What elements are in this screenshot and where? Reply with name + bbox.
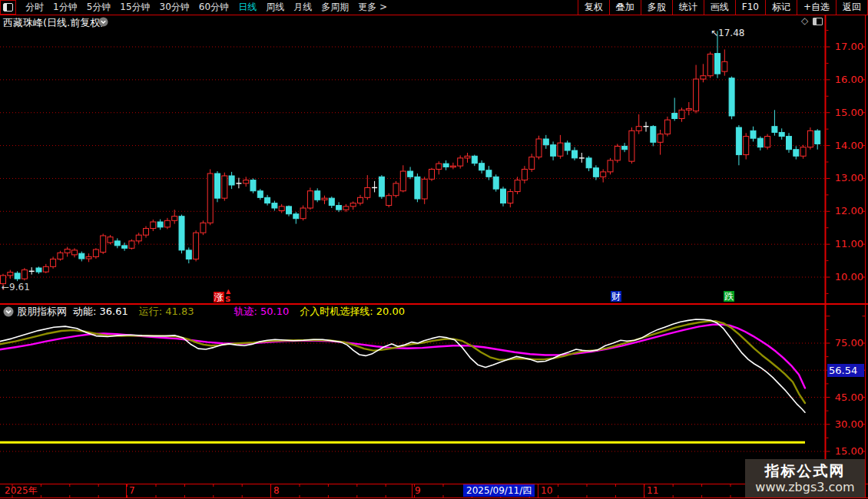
price-tick-label: 12.00 <box>830 205 863 216</box>
time-tick-label: 2025年 <box>5 485 38 496</box>
period-tab-8[interactable]: 月线 <box>289 0 316 15</box>
price-tick-label: 15.00 <box>830 107 863 118</box>
indicator-source-name: 股朋指标网 <box>17 305 67 319</box>
price-tick-label: 16.00 <box>830 74 863 85</box>
top-menu-bar: 分时1分钟5分钟15分钟30分钟60分钟日线周线月线多周期更多 > 复权叠加多股… <box>0 0 868 15</box>
time-tick-label: 11 <box>647 485 658 496</box>
sidebar-toggle-icon <box>3 3 13 12</box>
tool-button-6[interactable]: 标记 <box>766 0 797 15</box>
price-tick-label: 13.00 <box>830 172 863 183</box>
tool-button-2[interactable]: 多股 <box>641 0 673 15</box>
indicator-value-guiji: 轨迹: 50.10 <box>234 305 289 319</box>
indicator-tick-label: 15.00 <box>830 445 863 457</box>
time-tick-label: 9 <box>415 485 421 496</box>
indicator-value-yunxing: 运行: 41.83 <box>139 305 194 319</box>
layout-icon[interactable] <box>813 18 823 25</box>
indicator-logo-icon[interactable] <box>3 306 14 317</box>
watermark-url: www.zbgs3.com <box>755 480 854 495</box>
period-tab-5[interactable]: 60分钟 <box>194 0 234 15</box>
indicator-value-dongneng: 动能: 36.61 <box>73 305 128 319</box>
period-tab-1[interactable]: 1分钟 <box>48 0 82 15</box>
time-tick-label: 10 <box>541 485 552 496</box>
period-tab-3[interactable]: 15分钟 <box>115 0 154 15</box>
tool-button-4[interactable]: 画线 <box>704 0 736 15</box>
tools-menu: 复权叠加多股统计画线F10标记+自选返回 <box>578 0 868 15</box>
low-price-annotation: ←9.61 <box>2 282 30 292</box>
tool-button-0[interactable]: 复权 <box>578 0 610 15</box>
indicator-last-value-badge: 56.54 <box>827 364 864 377</box>
indicator-header: 股朋指标网 动能: 36.61 运行: 41.83 轨迹: 50.10 介入时机… <box>3 306 405 318</box>
period-tab-2[interactable]: 5分钟 <box>82 0 116 15</box>
period-tab-6[interactable]: 日线 <box>234 0 261 15</box>
stock-title: 西藏珠峰(日线.前复权) <box>3 16 104 30</box>
indicator-tick-label: 75.00 <box>830 337 863 349</box>
chart-canvas[interactable] <box>0 0 868 499</box>
price-tick-label: 10.00 <box>830 271 863 283</box>
watermark-title: 指标公式网 <box>765 461 846 480</box>
watermark: 指标公式网 www.zbgs3.com <box>745 459 865 497</box>
tool-button-8[interactable]: 返回 <box>837 0 867 15</box>
marker-cai: 财 <box>611 291 621 302</box>
tool-button-1[interactable]: 叠加 <box>610 0 641 15</box>
app-window: 分时1分钟5分钟15分钟30分钟60分钟日线周线月线多周期更多 > 复权叠加多股… <box>0 0 868 499</box>
price-tick-label: 14.00 <box>830 140 863 151</box>
marker-signal-s: s <box>225 293 230 304</box>
tool-button-5[interactable]: F10 <box>736 0 766 15</box>
marker-zhang: 涨 <box>214 292 224 302</box>
period-tab-10[interactable]: 更多 > <box>353 0 392 15</box>
period-tab-7[interactable]: 周线 <box>261 0 289 15</box>
time-tick-label: 8 <box>273 485 280 496</box>
diamond-icon[interactable]: ◇ <box>801 15 808 26</box>
title-bar: 西藏珠峰(日线.前复权) ◇ <box>0 15 868 28</box>
arrow-up-left-icon: ↖ <box>711 28 718 38</box>
chevron-down-icon[interactable] <box>98 17 108 27</box>
price-tick-label: 17.00 <box>830 41 863 52</box>
indicator-tick-label: 30.00 <box>830 418 863 430</box>
price-tick-label: 11.00 <box>830 238 863 250</box>
indicator-tick-label: 45.00 <box>830 392 863 403</box>
tool-button-7[interactable]: +自选 <box>797 0 837 15</box>
period-tab-4[interactable]: 30分钟 <box>155 0 194 15</box>
time-tick-label: 7 <box>129 485 135 496</box>
period-tab-0[interactable]: 分时 <box>21 0 48 15</box>
indicator-value-jieru: 介入时机选择线: 20.00 <box>300 305 405 319</box>
period-tab-9[interactable]: 多周期 <box>316 0 353 15</box>
window-toggle-button[interactable] <box>0 0 16 15</box>
highlighted-date: 2025/09/11/四 <box>463 484 535 497</box>
high-price-annotation: ↖17.48 <box>711 28 744 38</box>
arrow-left-icon: ← <box>2 282 9 292</box>
marker-die: 跌 <box>724 291 734 302</box>
period-menu: 分时1分钟5分钟15分钟30分钟60分钟日线周线月线多周期更多 > <box>21 0 578 15</box>
tool-button-3[interactable]: 统计 <box>673 0 704 15</box>
